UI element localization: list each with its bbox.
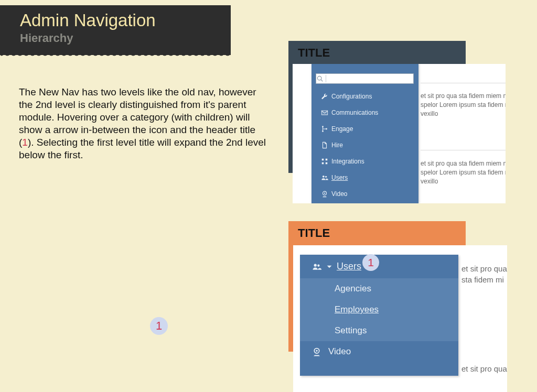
figure2-screenshot: et sit pro qua m ipsum spe sta fidem mi … [293,245,507,392]
sidebar-search[interactable] [316,73,414,84]
figure2-header: TITLE [288,221,466,245]
callout-marker-inline: 1 [22,137,28,148]
svg-point-12 [324,192,325,193]
page-title: Admin Navigation [20,10,231,30]
callout-marker-1: 1 [150,317,168,335]
sidebar-item-label: Video [331,190,347,198]
svg-point-0 [317,76,321,80]
svg-rect-6 [326,158,328,160]
grid-icon [318,158,331,165]
sidebar-nav-list: Configurations Communications Engage Hir… [312,88,418,202]
svg-point-9 [323,175,325,177]
document-icon [318,141,331,149]
sidebar-item-label: Engage [331,125,353,133]
content-divider [421,150,506,150]
search-icon [316,75,326,82]
sidebar-item-hire[interactable]: Hire [312,137,418,153]
sidebar-item-users[interactable]: Users [312,169,418,186]
sidebar-subitem-settings[interactable]: Settings [300,320,458,341]
sidebar-item-video[interactable]: Video [312,186,418,202]
sidebar-item-label: Users [331,174,348,181]
body-copy: The New Nav has two levels like the old … [19,86,271,161]
placeholder-text: et sit pro qua m ipsum spe sta fidem mi [461,263,507,285]
svg-point-16 [316,350,317,352]
svg-rect-5 [322,158,324,160]
svg-point-10 [325,176,327,177]
sidebar-item-label: Video [328,346,351,357]
sidebar-subitem-agencies[interactable]: Agencies [300,278,458,299]
sidebar-item-label: Employees [335,304,379,315]
svg-rect-7 [322,162,324,164]
admin-sidebar-expanded: Users Agencies Employees Settings Video [300,255,458,376]
users-icon [318,174,331,181]
header-scallop-trim [0,53,231,58]
sidebar-item-label: Configurations [331,93,372,100]
sidebar-item-label: Agencies [335,284,371,294]
search-input[interactable] [326,74,413,83]
placeholder-text: et sit pro qua [461,363,507,374]
svg-line-1 [321,80,323,81]
content-divider [421,83,506,83]
sidebar-item-users-expanded[interactable]: Users [300,255,458,278]
users-icon [310,262,323,271]
sidebar-item-communications[interactable]: Communications [312,104,418,121]
webcam-icon [318,190,331,198]
svg-rect-8 [326,162,328,164]
webcam-icon [310,347,323,356]
placeholder-text: et sit pro qua sta fidem miem m ipsum sp… [421,92,506,118]
body-text-b: ). Selecting the first level title will … [19,137,266,160]
sidebar-item-label: Integrations [331,158,364,165]
svg-point-14 [317,264,319,266]
placeholder-text: et sit pro qua sta fidem miem m ipsum sp… [421,159,506,186]
callout-marker-1: 1 [362,254,379,271]
svg-point-13 [314,264,317,266]
wrench-icon [318,93,331,100]
figure1-title: TITLE [298,46,330,60]
sidebar-item-integrations[interactable]: Integrations [312,153,418,169]
sidebar-item-engage[interactable]: Engage [312,121,418,137]
sidebar-subitem-employees[interactable]: Employees [300,299,458,320]
envelope-icon [318,109,331,116]
admin-sidebar: Configurations Communications Engage Hir… [312,64,418,203]
figure1-header: TITLE [288,41,466,64]
sidebar-item-label: Hire [331,141,343,149]
page-subtitle: Hierarchy [20,31,231,45]
figure1-screenshot: et sit pro qua sta fidem miem m ipsum sp… [293,64,506,203]
sidebar-item-label: Settings [335,325,367,336]
sidebar-submenu: Agencies Employees Settings [300,278,458,341]
sidebar-item-configurations[interactable]: Configurations [312,88,418,104]
figure2-title: TITLE [298,226,330,240]
sidebar-item-video[interactable]: Video [300,341,458,362]
nodes-icon [318,125,331,133]
page-header: Admin Navigation Hierarchy [0,5,231,55]
sidebar-item-label: Users [337,261,361,272]
chevron-down-icon [324,263,335,270]
sidebar-item-label: Communications [331,109,378,116]
